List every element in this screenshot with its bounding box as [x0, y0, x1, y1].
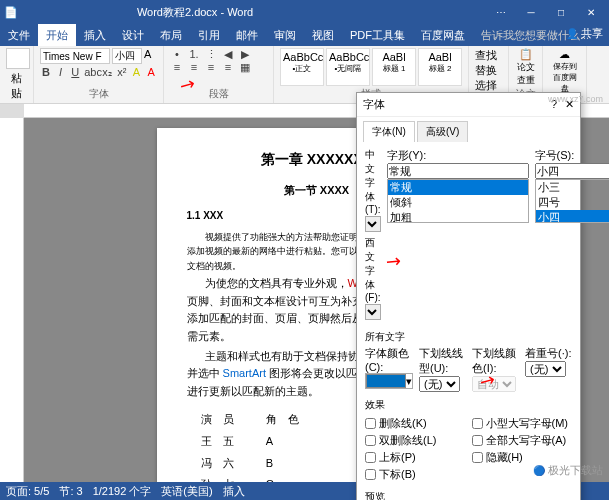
underline-icon[interactable]: U: [69, 66, 81, 79]
style-nospace[interactable]: AaBbCc•无间隔: [326, 48, 370, 86]
chk-strike[interactable]: [365, 418, 376, 429]
multilevel-icon[interactable]: ⋮: [204, 48, 218, 61]
italic-icon[interactable]: I: [55, 66, 67, 79]
west-font-select[interactable]: Times New Roman: [365, 304, 381, 320]
menu-view[interactable]: 视图: [304, 24, 342, 46]
highlight-icon[interactable]: A: [131, 66, 143, 79]
size-list[interactable]: 小三 四号 小四: [535, 179, 609, 223]
menu-home[interactable]: 开始: [38, 24, 76, 46]
super-icon[interactable]: x²: [116, 66, 128, 79]
group-font: 字体: [40, 87, 157, 101]
find-button[interactable]: 查找: [475, 48, 502, 63]
indent-dec-icon[interactable]: ◀: [221, 48, 235, 61]
window-title: Word教程2.docx - Word: [137, 5, 253, 20]
tab-advanced[interactable]: 高级(V): [417, 121, 468, 142]
lunwen-icon[interactable]: 📋: [515, 48, 536, 61]
tab-font[interactable]: 字体(N): [363, 121, 415, 142]
indent-inc-icon[interactable]: ▶: [238, 48, 252, 61]
cn-font-select[interactable]: 宋体: [365, 216, 381, 232]
font-dialog: 字体 ? ✕ 字体(N) 高级(V) 中文字体(T): 宋体 西文字体(F): …: [356, 92, 581, 500]
chk-allcap[interactable]: [472, 435, 483, 446]
align-just-icon[interactable]: ≡: [221, 61, 235, 74]
baidu-icon[interactable]: ☁: [549, 48, 580, 61]
status-wordcount[interactable]: 1/2192 个字: [93, 484, 152, 499]
share-button[interactable]: 👤 共享: [566, 26, 603, 41]
window-options[interactable]: ⋯: [487, 3, 515, 21]
vertical-ruler[interactable]: [0, 118, 24, 498]
menu-mail[interactable]: 邮件: [228, 24, 266, 46]
shading-icon[interactable]: ▦: [238, 61, 252, 74]
emph-select[interactable]: (无): [525, 361, 566, 377]
menu-insert[interactable]: 插入: [76, 24, 114, 46]
chk-smallcap[interactable]: [472, 418, 483, 429]
font-size-input[interactable]: [112, 48, 142, 64]
status-lang[interactable]: 英语(美国): [161, 484, 212, 499]
status-insert[interactable]: 插入: [223, 484, 245, 499]
window-max[interactable]: □: [547, 3, 575, 21]
numbering-icon[interactable]: 1.: [187, 48, 201, 61]
window-min[interactable]: ─: [517, 3, 545, 21]
menu-file[interactable]: 文件: [0, 24, 38, 46]
status-page[interactable]: 页面: 5/5: [6, 484, 49, 499]
color-icon[interactable]: A: [145, 66, 157, 79]
replace-button[interactable]: 替换: [475, 63, 502, 78]
menu-layout[interactable]: 布局: [152, 24, 190, 46]
window-close[interactable]: ✕: [577, 3, 605, 21]
chk-sub[interactable]: [365, 469, 376, 480]
style-h1[interactable]: AaBl标题 1: [372, 48, 416, 86]
font-color-select[interactable]: ▾: [365, 373, 413, 389]
chk-dstrike[interactable]: [365, 435, 376, 446]
watermark-site: 🔵 极光下载站: [533, 463, 603, 478]
align-left-icon[interactable]: ≡: [170, 61, 184, 74]
menu-design[interactable]: 设计: [114, 24, 152, 46]
underline-select[interactable]: (无): [419, 376, 460, 392]
select-button[interactable]: 选择: [475, 78, 502, 93]
menu-pdf[interactable]: PDF工具集: [342, 24, 413, 46]
style-list[interactable]: 常规 倾斜 加粗: [387, 179, 529, 223]
paste-label[interactable]: 粘贴: [6, 71, 27, 101]
bold-icon[interactable]: B: [40, 66, 52, 79]
chk-hidden[interactable]: [472, 452, 483, 463]
watermark-url: www.xz7.com: [548, 94, 603, 104]
menu-baidu[interactable]: 百度网盘: [413, 24, 473, 46]
size-input[interactable]: [535, 163, 609, 179]
style-normal[interactable]: AaBbCc•正文: [280, 48, 324, 86]
sub-icon[interactable]: x₂: [101, 66, 113, 79]
style-input[interactable]: [387, 163, 529, 179]
menu-ref[interactable]: 引用: [190, 24, 228, 46]
status-section[interactable]: 节: 3: [59, 484, 82, 499]
dialog-title: 字体: [363, 97, 385, 112]
table-row: 王 五A: [189, 432, 311, 452]
align-right-icon[interactable]: ≡: [204, 61, 218, 74]
font-name-input[interactable]: [40, 48, 110, 64]
chk-super[interactable]: [365, 452, 376, 463]
paste-icon[interactable]: [6, 48, 30, 69]
bullets-icon[interactable]: •: [170, 48, 184, 61]
style-h2[interactable]: AaBl标题 2: [418, 48, 462, 86]
table-row: 冯 六B: [189, 454, 311, 474]
strike-icon[interactable]: abc: [84, 66, 98, 79]
grow-font-icon[interactable]: A: [144, 48, 151, 64]
align-center-icon[interactable]: ≡: [187, 61, 201, 74]
menu-review[interactable]: 审阅: [266, 24, 304, 46]
app-icon: 📄: [4, 6, 20, 19]
